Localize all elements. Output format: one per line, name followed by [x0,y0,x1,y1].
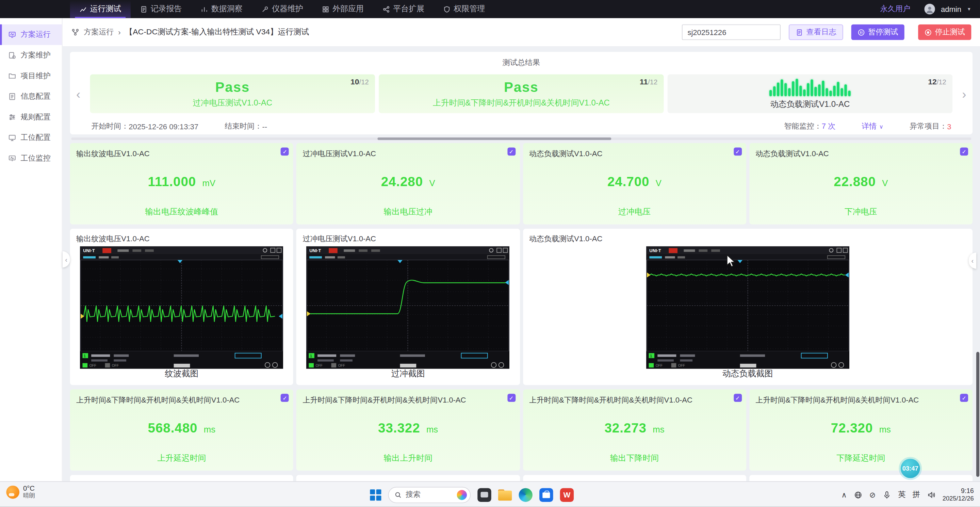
metric-value: 24.280V [302,174,513,189]
taskbar-tray: ∧ ⊘ 英 拼 9:16 2025/12/26 [841,482,974,507]
ime-language-indicator[interactable]: 英 [898,490,905,500]
check-icon: ✓ [962,395,966,401]
doc-config-icon [8,92,16,101]
search-input[interactable] [682,24,781,40]
metric-name: 上升延迟时间 [70,453,293,464]
check-icon: ✓ [509,395,514,401]
ime-pinyin-indicator[interactable]: 拼 [913,490,920,500]
metric-card-title: 动态负载测试V1.0-AC [529,149,740,159]
oscilloscope-screenshot-overshoot: UNI-T 1 [307,246,510,369]
check-icon: ✓ [282,148,287,154]
stop-icon [924,29,932,36]
page-header: 方案运行 › 【AC-DC测试方案-输入输出特性测试 V34】运行测试 查看日志… [63,18,980,47]
scheme-maintain-icon [8,51,16,60]
weather-desc: 晴朗 [23,493,35,499]
metric-card: 过冲电压测试V1.0-AC ✓ 24.280V 输出电压过冲 [296,143,520,224]
main-content: 测试总结果 ‹ › 10/12 Pass 过冲电压测试V1.0-AC 11/12… [63,47,980,482]
view-log-button[interactable]: 查看日志 [789,24,843,40]
wps-button[interactable]: W [560,488,574,502]
shield-icon [443,5,450,13]
edge-browser-button[interactable] [519,488,532,502]
username[interactable]: admin [941,5,961,14]
task-view-button[interactable] [477,488,491,502]
view-log-label: 查看日志 [806,27,836,37]
metric-card: 动态负载测试V1.0-AC ✓ 24.700V 过冲电压 [523,143,746,224]
card-checkbox[interactable]: ✓ [281,147,289,156]
slide-test-name: 上升时间&下降时间&开机时间&关机时间V1.0-AC [433,97,610,108]
user-menu-caret-icon[interactable]: ▼ [967,7,972,11]
breadcrumb-root[interactable]: 方案运行 [84,27,114,37]
metric-card: 上升时间&下降时间&开机时间&关机时间V1.0-AC ✓ 568.480ms 上… [70,389,293,470]
metric-name: 过冲电压 [523,206,746,218]
log-doc-icon [795,29,803,36]
microphone-icon[interactable] [882,490,891,499]
tab-record-report[interactable]: 记录报告 [130,0,191,18]
avatar[interactable] [924,4,935,14]
vertical-scrollbar-thumb[interactable] [976,352,979,477]
end-time-label: 结束时间： [224,121,262,132]
network-globe-icon[interactable] [854,490,862,499]
check-icon: ✓ [509,148,514,154]
summary-slide-running: 12/12 动态负载测试V1.0-AC [668,75,953,113]
summary-slide: 10/12 Pass 过冲电压测试V1.0-AC [90,75,375,113]
sidebar-item-label: 方案运行 [21,29,51,40]
card-checkbox[interactable]: ✓ [960,147,968,156]
sidebar-item-label: 工位配置 [21,132,51,143]
carousel-next-icon[interactable]: › [962,88,966,101]
metric-card: 上升时间&下降时间&开机时间&关机时间V1.0-AC ✓ 32.273ms 输出… [523,389,746,470]
svg-text:OFF: OFF [112,364,119,367]
file-explorer-button[interactable] [498,489,512,501]
taskbar-clock[interactable]: 9:16 2025/12/26 [943,487,974,503]
sidebar-item-scheme-run[interactable]: 方案运行 [0,24,62,45]
card-checkbox[interactable]: ✓ [508,147,515,156]
svg-text:OFF: OFF [338,364,345,367]
do-not-disturb-icon[interactable]: ⊘ [869,491,875,499]
sidebar: 方案运行 方案维护 项目维护 信息配置 规则配置 工位配置 工位监控 [0,18,63,482]
sidebar-item-station-monitor[interactable]: 工位监控 [0,148,62,169]
card-checkbox[interactable]: ✓ [281,394,289,402]
result-row-1: 输出纹波电压V1.0-AC ✓ 111.000mV 输出电压纹波峰峰值 过冲电压… [70,143,972,224]
tab-external-app[interactable]: 外部应用 [312,0,373,18]
card-checkbox[interactable]: ✓ [508,394,515,402]
bar-chart-icon [201,5,208,13]
sidebar-item-rule-config[interactable]: 规则配置 [0,107,62,127]
volume-icon[interactable] [927,490,936,499]
card-checkbox[interactable]: ✓ [960,394,968,402]
taskbar-center: 搜索 W [370,482,574,507]
stop-test-button[interactable]: 停止测试 [918,24,971,40]
tab-data-insight[interactable]: 数据洞察 [191,0,252,18]
clock-date: 2025/12/26 [943,495,974,503]
countdown-badge[interactable]: 03:47 [901,459,920,478]
summary-info-row: 开始时间： 2025-12-26 09:13:37 结束时间： -- 智能监控：… [70,121,972,132]
screenshot-card: 过冲电压测试V1.0-AC UNI-T [296,229,520,385]
tab-platform-extend[interactable]: 平台扩展 [373,0,434,18]
carousel-prev-icon[interactable]: ‹ [76,88,80,101]
store-button[interactable] [539,488,553,502]
stop-test-label: 停止测试 [935,27,965,37]
sidebar-item-project-maintain[interactable]: 项目维护 [0,66,62,86]
taskbar-weather[interactable]: 0°C 晴朗 [6,485,35,499]
taskbar: 0°C 晴朗 搜索 W ∧ ⊘ 英 拼 9:16 [0,482,980,507]
pause-test-button[interactable]: 暂停测试 [851,24,904,40]
search-icon [395,491,402,499]
metric-card: 输出纹波电压V1.0-AC ✓ 111.000mV 输出电压纹波峰峰值 [70,143,293,224]
detail-link[interactable]: 详情 ∨ [862,121,883,132]
tray-chevron-up-icon[interactable]: ∧ [841,491,846,499]
sidebar-item-scheme-maintain[interactable]: 方案维护 [0,45,62,66]
metric-card: 动态负载测试V1.0-AC ✓ 22.880V 下冲电压 [749,143,972,224]
h-scroll-thumb[interactable] [377,137,611,140]
card-checkbox[interactable]: ✓ [733,394,742,402]
metric-card-title: 上升时间&下降时间&开机时间&关机时间V1.0-AC [76,395,287,405]
sidebar-item-station-config[interactable]: 工位配置 [0,127,62,148]
metric-card-title: 上升时间&下降时间&开机时间&关机时间V1.0-AC [756,395,966,405]
start-button[interactable] [370,489,381,501]
sidebar-item-info-config[interactable]: 信息配置 [0,86,62,107]
chevron-left-icon: ‹ [65,256,67,263]
tab-instrument-maintain[interactable]: 仪器维护 [252,0,312,18]
taskbar-search[interactable]: 搜索 [388,486,471,503]
tab-label: 外部应用 [332,4,364,14]
tab-permission[interactable]: 权限管理 [434,0,495,18]
screenshot-caption: 过冲截图 [296,368,520,380]
tab-run-test[interactable]: 运行测试 [70,0,130,18]
card-checkbox[interactable]: ✓ [733,147,742,156]
